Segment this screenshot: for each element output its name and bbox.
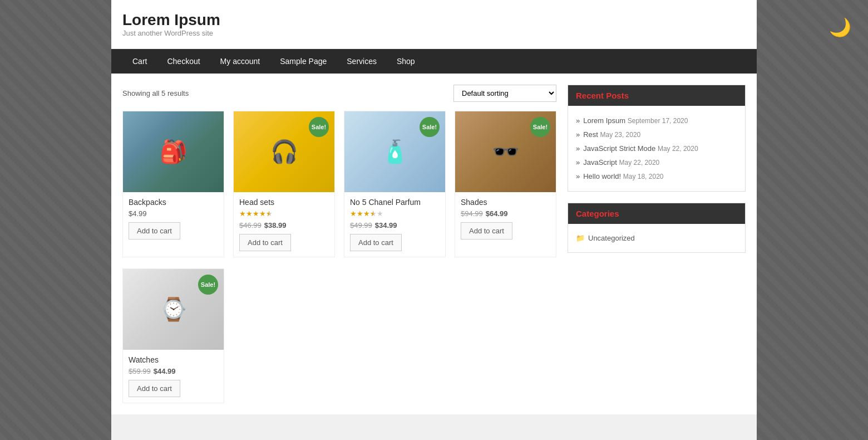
recent-post-item: Rest May 23, 2020	[576, 128, 737, 141]
price-original: $59.99	[129, 367, 151, 375]
recent-posts-widget: Recent Posts Lorem Ipsum September 17, 2…	[568, 85, 746, 192]
add-to-cart-button[interactable]: Add to cart	[129, 222, 180, 239]
results-count: Showing all 5 results	[122, 89, 189, 97]
price-original: $49.99	[350, 221, 372, 229]
nav-link-checkout[interactable]: Checkout	[157, 49, 210, 74]
sidebar: Recent Posts Lorem Ipsum September 17, 2…	[568, 85, 746, 403]
product-card: 🎧Sale!Head sets★★★★★★$46.99$38.99Add to …	[233, 111, 335, 257]
recent-post-item: Lorem Ipsum September 17, 2020	[576, 114, 737, 128]
product-image-wrap: 🎒	[123, 111, 224, 192]
main-content: Showing all 5 results Default sortingSor…	[122, 85, 556, 403]
product-info: Backpacks$4.99Add to cart	[123, 192, 224, 245]
recent-post-item: Hello world! May 18, 2020	[576, 169, 737, 183]
nav-link-shop[interactable]: Shop	[387, 49, 425, 74]
content-area: Showing all 5 results Default sortingSor…	[111, 74, 757, 414]
post-link[interactable]: Hello world! May 18, 2020	[583, 172, 663, 180]
folder-icon: 📁	[576, 234, 585, 242]
sale-badge: Sale!	[198, 275, 218, 295]
product-price: $59.99$44.99	[129, 367, 218, 375]
site-nav: CartCheckoutMy accountSample PageService…	[111, 49, 757, 74]
product-card: 🎒Backpacks$4.99Add to cart	[122, 111, 224, 257]
product-image-wrap: 🎧Sale!	[234, 111, 334, 192]
price-sale: $64.99	[486, 209, 508, 218]
post-date: May 23, 2020	[600, 131, 641, 139]
product-info: Shades$94.99$64.99Add to cart	[455, 192, 556, 245]
recent-posts-content: Lorem Ipsum September 17, 2020Rest May 2…	[568, 106, 745, 191]
page-wrapper: Lorem Ipsum Just another WordPress site …	[111, 0, 757, 440]
price-original: $94.99	[461, 209, 483, 218]
nav-link-sample-page[interactable]: Sample Page	[270, 49, 337, 74]
categories-accent: Categories	[576, 209, 619, 218]
nav-item: Sample Page	[270, 49, 337, 74]
product-image: 🎒	[123, 111, 224, 192]
product-name: Backpacks	[129, 198, 218, 207]
post-date: May 22, 2020	[619, 159, 660, 167]
product-price: $49.99$34.99	[350, 221, 440, 229]
categories-title: Categories	[568, 203, 745, 224]
recent-posts-list: Lorem Ipsum September 17, 2020Rest May 2…	[576, 114, 737, 183]
nav-link-my-account[interactable]: My account	[210, 49, 270, 74]
add-to-cart-button[interactable]: Add to cart	[239, 234, 291, 251]
product-card: ⌚Sale!Watches$59.99$44.99Add to cart	[122, 268, 224, 403]
product-name: Shades	[461, 198, 550, 207]
product-price: $46.99$38.99	[239, 221, 329, 229]
category-link[interactable]: Uncategorized	[588, 234, 635, 242]
site-header: Lorem Ipsum Just another WordPress site	[111, 0, 757, 49]
add-to-cart-button[interactable]: Add to cart	[461, 222, 512, 239]
product-image-wrap: ⌚Sale!	[123, 269, 224, 350]
sale-badge: Sale!	[309, 117, 329, 137]
post-link[interactable]: JavaScript May 22, 2020	[583, 158, 659, 167]
recent-post-item: JavaScript Strict Mode May 22, 2020	[576, 141, 737, 155]
nav-item: Cart	[122, 49, 157, 74]
recent-posts-accent: Recent Posts	[576, 91, 629, 100]
category-item: 📁Uncategorized	[576, 232, 737, 245]
post-date: May 22, 2020	[658, 145, 698, 153]
post-link[interactable]: Rest May 23, 2020	[583, 130, 640, 139]
price-sale: $38.99	[264, 221, 287, 229]
product-name: Head sets	[239, 198, 329, 207]
moon-icon: 🌙	[829, 17, 851, 38]
product-rating: ★★★★★★	[350, 209, 440, 218]
nav-link-cart[interactable]: Cart	[122, 49, 157, 74]
product-price: $4.99	[129, 209, 218, 218]
categories-list: 📁Uncategorized	[576, 232, 737, 245]
sort-select[interactable]: Default sortingSort by popularitySort by…	[453, 85, 556, 102]
sale-badge: Sale!	[530, 117, 550, 137]
price-original: $46.99	[239, 221, 262, 229]
post-date: September 17, 2020	[628, 117, 688, 125]
nav-item: Services	[337, 49, 387, 74]
nav-item: Shop	[387, 49, 425, 74]
product-name: No 5 Chanel Parfum	[350, 198, 440, 207]
product-image-wrap: 🧴Sale!	[344, 111, 445, 192]
categories-content: 📁Uncategorized	[568, 224, 745, 252]
product-info: No 5 Chanel Parfum★★★★★★$49.99$34.99Add …	[344, 192, 445, 257]
site-title: Lorem Ipsum	[122, 11, 746, 29]
site-tagline: Just another WordPress site	[122, 29, 746, 37]
price-sale: $44.99	[154, 367, 176, 375]
product-card: 🕶️Sale!Shades$94.99$64.99Add to cart	[455, 111, 556, 257]
nav-item: My account	[210, 49, 270, 74]
product-rating: ★★★★★★	[239, 209, 329, 218]
price-regular: $4.99	[129, 209, 147, 218]
post-date: May 18, 2020	[623, 173, 664, 180]
categories-widget: Categories 📁Uncategorized	[568, 203, 746, 253]
sale-badge: Sale!	[420, 117, 440, 137]
price-sale: $34.99	[375, 221, 397, 229]
add-to-cart-button[interactable]: Add to cart	[350, 234, 402, 251]
shop-header: Showing all 5 results Default sortingSor…	[122, 85, 556, 102]
product-price: $94.99$64.99	[461, 209, 550, 218]
product-info: Watches$59.99$44.99Add to cart	[123, 350, 224, 403]
product-info: Head sets★★★★★★$46.99$38.99Add to cart	[234, 192, 334, 257]
product-card: 🧴Sale!No 5 Chanel Parfum★★★★★★$49.99$34.…	[344, 111, 446, 257]
add-to-cart-button[interactable]: Add to cart	[129, 380, 180, 397]
nav-link-services[interactable]: Services	[337, 49, 387, 74]
product-name: Watches	[129, 355, 218, 364]
product-grid-row2: ⌚Sale!Watches$59.99$44.99Add to cart	[122, 268, 556, 403]
nav-item: Checkout	[157, 49, 210, 74]
product-image-wrap: 🕶️Sale!	[455, 111, 556, 192]
product-grid: 🎒Backpacks$4.99Add to cart🎧Sale!Head set…	[122, 111, 556, 257]
post-link[interactable]: Lorem Ipsum September 17, 2020	[583, 116, 688, 125]
recent-posts-title: Recent Posts	[568, 85, 745, 106]
recent-post-item: JavaScript May 22, 2020	[576, 155, 737, 169]
post-link[interactable]: JavaScript Strict Mode May 22, 2020	[583, 144, 698, 153]
